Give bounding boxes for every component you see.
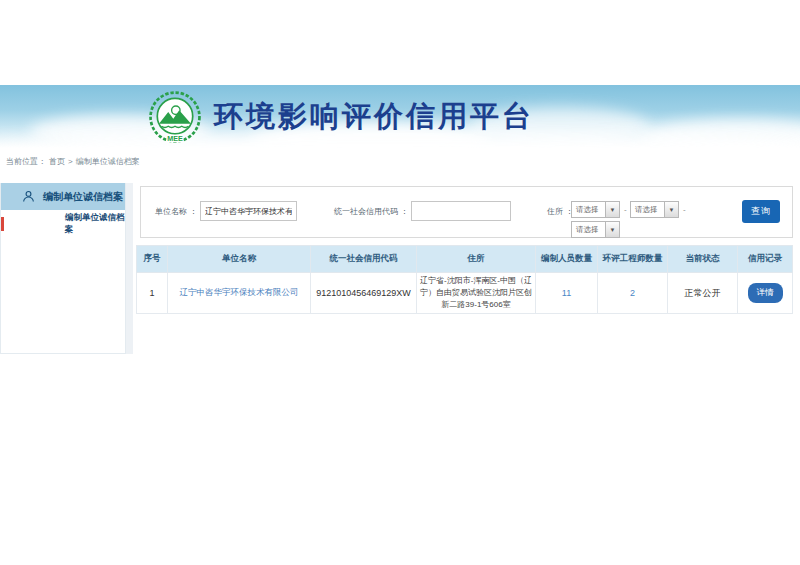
address-label: 住所 ： (547, 206, 573, 217)
dropdown-separator: - (683, 205, 686, 214)
person-icon (22, 190, 35, 203)
cell-credit-record: 详情 (738, 273, 793, 314)
col-header-status: 当前状态 (668, 246, 738, 273)
col-header-name: 单位名称 (168, 246, 311, 273)
district-select-value: 请选择 (572, 225, 605, 235)
engineer-count-link[interactable]: 2 (630, 288, 635, 298)
table-row: 1 辽宁中咨华宇环保技术有限公司 9121010456469129XW 辽宁省-… (137, 273, 793, 314)
breadcrumb: 当前位置： 首页 > 编制单位诚信档案 (6, 156, 140, 167)
col-header-code: 统一社会信用代码 (311, 246, 417, 273)
content-area: 单位名称 ： 统一社会信用代码 ： 住所 ： 请选择 ▼ - 请选择 ▼ - 请… (133, 183, 800, 354)
main-area: 编制单位诚信档案 编制单位诚信档案 单位名称 ： 统一社会信用代码 ： 住所 ：… (0, 183, 800, 354)
breadcrumb-home-link[interactable]: 首页 (49, 156, 65, 167)
col-header-credit: 信用记录 (738, 246, 793, 273)
col-header-staff: 编制人员数量 (536, 246, 598, 273)
site-title: 环境影响评价信用平台 (214, 97, 534, 137)
col-header-address: 住所 (417, 246, 536, 273)
unit-name-input[interactable] (200, 201, 297, 221)
detail-button[interactable]: 详情 (748, 283, 783, 303)
active-indicator (1, 217, 4, 231)
search-panel: 单位名称 ： 统一社会信用代码 ： 住所 ： 请选择 ▼ - 请选择 ▼ - 请… (140, 186, 793, 238)
cell-credit-code: 9121010456469129XW (311, 273, 417, 314)
breadcrumb-separator: > (68, 157, 73, 166)
credit-code-label: 统一社会信用代码 ： (334, 206, 408, 217)
sidebar-item-archive[interactable]: 编制单位诚信档案 (1, 210, 125, 238)
logo-text: MEE (167, 135, 183, 143)
table-header-row: 序号 单位名称 统一社会信用代码 住所 编制人员数量 环评工程师数量 当前状态 … (137, 246, 793, 273)
dropdown-separator: - (624, 205, 627, 214)
staff-count-link[interactable]: 11 (562, 288, 571, 298)
cell-staff-count: 11 (536, 273, 598, 314)
breadcrumb-location-label: 当前位置： (6, 156, 46, 167)
chevron-down-icon: ▼ (605, 222, 619, 237)
sidebar: 编制单位诚信档案 编制单位诚信档案 (0, 183, 126, 354)
province-select-value: 请选择 (572, 205, 605, 215)
breadcrumb-current: 编制单位诚信档案 (76, 156, 140, 167)
col-header-seq: 序号 (137, 246, 168, 273)
city-select-value: 请选择 (631, 205, 664, 215)
cell-address: 辽宁省-沈阳市-浑南区-中国（辽宁）自由贸易试验区沈阳片区创新二路39-1号60… (417, 273, 536, 314)
search-button[interactable]: 查询 (742, 200, 780, 223)
site-banner: MEE 环境影响评价信用平台 (0, 85, 800, 148)
sidebar-header-label: 编制单位诚信档案 (43, 190, 123, 204)
sidebar-content-divider (126, 183, 133, 354)
cell-seq: 1 (137, 273, 168, 314)
district-select[interactable]: 请选择 ▼ (571, 221, 620, 238)
result-table: 序号 单位名称 统一社会信用代码 住所 编制人员数量 环评工程师数量 当前状态 … (136, 245, 793, 314)
sidebar-header: 编制单位诚信档案 (1, 183, 125, 210)
province-select[interactable]: 请选择 ▼ (571, 201, 620, 218)
city-select[interactable]: 请选择 ▼ (630, 201, 679, 218)
sidebar-item-label: 编制单位诚信档案 (65, 212, 125, 236)
unit-name-label: 单位名称 ： (155, 206, 197, 217)
mee-logo-icon: MEE (148, 90, 202, 144)
chevron-down-icon: ▼ (664, 202, 678, 217)
cell-status: 正常公开 (668, 273, 738, 314)
chevron-down-icon: ▼ (605, 202, 619, 217)
company-name-link[interactable]: 辽宁中咨华宇环保技术有限公司 (180, 287, 299, 297)
cell-engineer-count: 2 (598, 273, 668, 314)
credit-code-input[interactable] (411, 201, 511, 221)
col-header-engineer: 环评工程师数量 (598, 246, 668, 273)
cell-company-name: 辽宁中咨华宇环保技术有限公司 (168, 273, 311, 314)
